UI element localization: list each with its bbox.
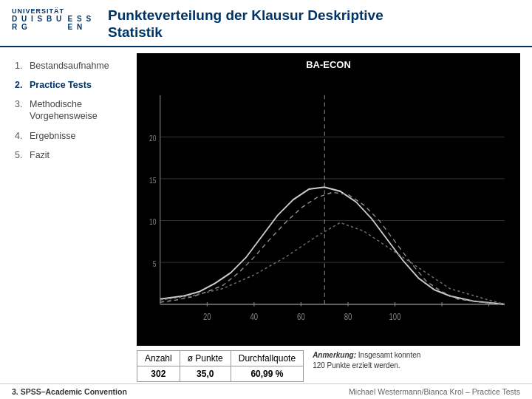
sidebar-item-fazit[interactable]: 5. Fazit	[12, 146, 134, 165]
col-header-durchfall: Durchfallquote	[231, 351, 303, 366]
svg-text:10: 10	[149, 217, 157, 226]
main-content: 1. Bestandsaufnahme 2. Practice Tests 3.…	[0, 47, 532, 383]
header: UNIVERSITÄT D U I S B U R G E S S E N Pu…	[0, 0, 532, 47]
cell-punkte: 35,0	[180, 366, 231, 382]
chart-container: BA-ECON	[137, 53, 520, 383]
chart-label: BA-ECON	[306, 59, 351, 70]
svg-text:80: 80	[344, 311, 352, 321]
svg-text:5: 5	[153, 259, 157, 267]
title-line1: Punkteverteilung der Klausur Deskriptive	[108, 7, 383, 23]
page-wrapper: UNIVERSITÄT D U I S B U R G E S S E N Pu…	[0, 0, 532, 399]
sidebar-item-methodische[interactable]: 3. MethodischeVorgehensweise	[12, 95, 134, 126]
svg-text:20: 20	[149, 133, 157, 142]
logo-name-line1: D U I S B U R G	[12, 15, 65, 31]
sidebar-item-practice-tests[interactable]: 2. Practice Tests	[12, 75, 134, 95]
table-row: 302 35,0 60,99 %	[137, 366, 304, 382]
footer-left: 3. SPSS–Academic Convention	[12, 387, 127, 396]
sidebar-label-1: Bestandsaufnahme	[30, 60, 109, 72]
title-area: Punkteverteilung der Klausur Deskriptive…	[100, 7, 520, 41]
chart-svg: 20 40 60 80 100 5 10 15 20	[137, 53, 520, 346]
nav-number-2: 2.	[15, 79, 25, 91]
chart-box: BA-ECON	[137, 53, 520, 346]
nav-number-4: 4.	[15, 130, 25, 142]
anmerkung-label: Anmerkung:	[313, 351, 356, 359]
logo-university: UNIVERSITÄT	[12, 7, 100, 15]
footer-right: Michael Westermann/Bianca Krol – Practic…	[349, 387, 520, 396]
svg-text:20: 20	[203, 311, 211, 321]
stats-area: Anzahl ø Punkte Durchfallquote 302 35,0 …	[137, 346, 520, 383]
slide-title: Punkteverteilung der Klausur Deskriptive…	[108, 7, 520, 41]
nav-number-1: 1.	[15, 60, 25, 72]
col-header-punkte: ø Punkte	[180, 351, 231, 366]
sidebar-item-bestandsaufnahme[interactable]: 1. Bestandsaufnahme	[12, 56, 134, 75]
logo-area: UNIVERSITÄT D U I S B U R G E S S E N	[12, 7, 100, 31]
sidebar-item-ergebnisse[interactable]: 4. Ergebnisse	[12, 126, 134, 146]
sidebar-label-3: MethodischeVorgehensweise	[30, 98, 98, 123]
logo-name: D U I S B U R G E S S E N	[12, 15, 100, 31]
sidebar-label-5: Fazit	[30, 149, 50, 161]
svg-text:100: 100	[389, 311, 401, 321]
sidebar-label-2: Practice Tests	[30, 79, 92, 91]
sidebar: 1. Bestandsaufnahme 2. Practice Tests 3.…	[12, 53, 134, 383]
nav-number-3: 3.	[15, 98, 25, 123]
cell-durchfall: 60,99 %	[231, 366, 303, 382]
svg-text:40: 40	[250, 311, 259, 321]
svg-text:60: 60	[297, 311, 305, 321]
nav-number-5: 5.	[15, 149, 25, 161]
title-line2: Statistik	[108, 24, 163, 40]
stats-table: Anzahl ø Punkte Durchfallquote 302 35,0 …	[137, 350, 304, 382]
cell-anzahl: 302	[137, 366, 180, 382]
col-header-anzahl: Anzahl	[137, 351, 180, 366]
logo-name-line2: E S S E N	[67, 15, 100, 31]
svg-text:15: 15	[149, 175, 157, 184]
footer: 3. SPSS–Academic Convention Michael West…	[0, 383, 532, 399]
anmerkung: Anmerkung: Insgesamt konnten 120 Punkte …	[313, 350, 431, 371]
sidebar-label-4: Ergebnisse	[30, 130, 76, 142]
